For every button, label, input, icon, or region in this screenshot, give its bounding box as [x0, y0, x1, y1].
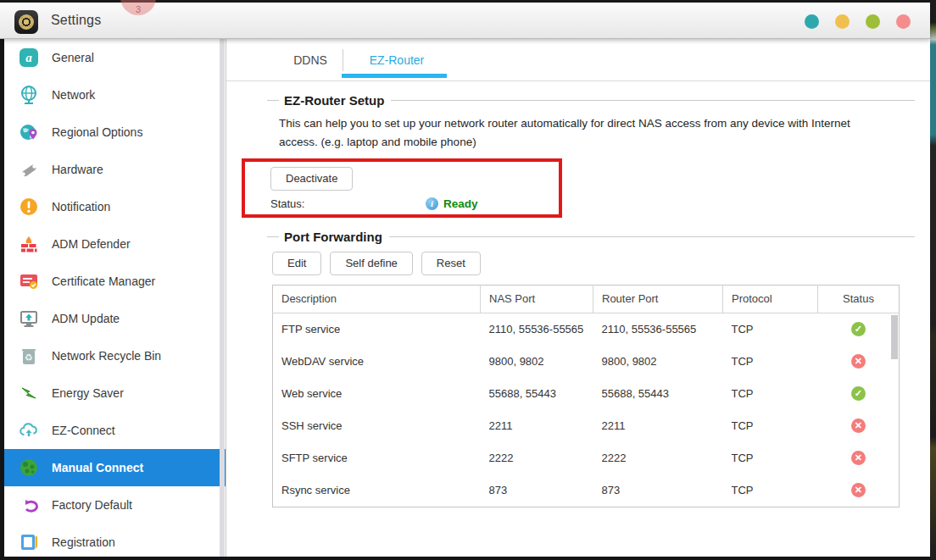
settings-sidebar: a General Network Regional Options Hardw…	[4, 39, 226, 557]
hardware-icon	[19, 159, 39, 180]
col-nas-port: NAS Port	[481, 285, 593, 313]
col-description: Description	[273, 285, 481, 313]
status-row: Status: i Ready	[270, 197, 559, 210]
network-icon	[19, 85, 39, 105]
sidebar-item-adm-defender[interactable]: ADM Defender	[4, 225, 226, 263]
window-dot-teal-icon[interactable]	[805, 14, 819, 29]
cloud-icon	[19, 420, 39, 441]
window-controls	[805, 14, 911, 29]
undo-icon	[19, 495, 39, 515]
port-forwarding-header: Port Forwarding	[267, 230, 915, 244]
tab-divider	[343, 49, 343, 71]
table-row[interactable]: SFTP service 2222 2222 TCP ✕	[273, 442, 900, 474]
window-title: Settings	[51, 13, 101, 28]
port-forwarding-table: Description NAS Port Router Port Protoco…	[272, 285, 900, 507]
regional-options-icon	[19, 122, 39, 142]
tab-bar: DDNS EZ-Router	[226, 39, 930, 81]
sidebar-item-factory-default[interactable]: Factory Default	[4, 486, 226, 524]
table-row[interactable]: Web service 55688, 55443 55688, 55443 TC…	[273, 378, 900, 410]
sidebar-item-network[interactable]: Network	[4, 76, 226, 114]
table-row[interactable]: WebDAV service 9800, 9802 9800, 9802 TCP…	[273, 346, 900, 378]
deactivate-button[interactable]: Deactivate	[270, 167, 353, 191]
recycle-bin-icon: ♻	[19, 346, 39, 366]
svg-text:♻: ♻	[25, 352, 33, 363]
table-header-row: Description NAS Port Router Port Protoco…	[273, 285, 900, 313]
table-row[interactable]: SSH service 2211 2211 TCP ✕	[273, 410, 900, 442]
ez-router-setup-header: EZ-Router Setup	[267, 93, 915, 108]
table-scrollbar-thumb[interactable]	[891, 315, 898, 359]
sidebar-item-regional-options[interactable]: Regional Options	[4, 114, 226, 151]
tab-ddns[interactable]: DDNS	[279, 53, 342, 67]
gear-wheel-icon	[19, 14, 34, 30]
settings-window: a General Network Regional Options Hardw…	[4, 39, 930, 557]
section-title: EZ-Router Setup	[284, 93, 384, 108]
sidebar-item-adm-update[interactable]: ADM Update	[4, 300, 226, 337]
reset-button[interactable]: Reset	[421, 252, 481, 275]
main-content: DDNS EZ-Router EZ-Router Setup This can …	[226, 39, 930, 557]
sidebar-item-ez-connect[interactable]: EZ-Connect	[4, 412, 226, 449]
globe-green-icon	[19, 457, 39, 478]
sidebar-item-hardware[interactable]: Hardware	[4, 151, 226, 188]
ez-router-description: This can help you to set up your network…	[279, 114, 891, 152]
notification-badge: 3	[120, 0, 156, 15]
titlebar: 3 Settings	[0, 0, 930, 39]
general-icon: a	[19, 47, 39, 68]
edit-button[interactable]: Edit	[272, 252, 321, 275]
energy-icon	[19, 383, 39, 403]
firewall-icon	[19, 234, 39, 254]
status-label: Status:	[270, 197, 426, 210]
self-define-button[interactable]: Self define	[330, 252, 412, 275]
annotation-rectangle: Deactivate Status: i Ready	[242, 158, 562, 218]
col-protocol: Protocol	[723, 285, 818, 313]
info-icon: i	[426, 197, 438, 210]
status-icon: ✕	[851, 354, 866, 369]
window-dot-green-icon[interactable]	[866, 14, 880, 29]
table-row[interactable]: FTP service 2110, 55536-55565 2110, 5553…	[273, 313, 900, 346]
certificate-icon	[19, 271, 39, 291]
table-row[interactable]: Rsync service 873 873 TCP ✕	[273, 474, 900, 507]
port-forwarding-toolbar: Edit Self define Reset	[272, 252, 930, 275]
update-icon	[19, 308, 39, 329]
notification-icon	[19, 197, 39, 217]
section-title: Port Forwarding	[284, 230, 382, 244]
window-dot-pink-icon[interactable]	[896, 14, 911, 29]
status-icon: ✕	[851, 483, 866, 497]
col-status: Status	[818, 285, 900, 313]
status-icon: ✓	[851, 386, 866, 401]
active-tab-underline	[342, 74, 447, 78]
status-icon: ✓	[851, 322, 866, 336]
window-dot-yellow-icon[interactable]	[835, 14, 850, 29]
status-icon: ✕	[851, 451, 866, 465]
sidebar-scrollbar[interactable]	[220, 39, 225, 557]
settings-app-icon	[14, 10, 38, 34]
desktop-edge-background	[930, 0, 936, 560]
port-forwarding-table-wrap: Description NAS Port Router Port Protoco…	[272, 285, 900, 507]
clipboard-icon	[19, 532, 39, 552]
status-icon: ✕	[851, 419, 866, 433]
sidebar-item-network-recycle-bin[interactable]: ♻ Network Recycle Bin	[4, 337, 226, 374]
sidebar-item-registration[interactable]: Registration	[4, 524, 226, 560]
sidebar-item-general[interactable]: a General	[4, 39, 226, 76]
svg-text:a: a	[25, 51, 32, 64]
tab-ez-router[interactable]: EZ-Router	[344, 53, 449, 67]
sidebar-item-notification[interactable]: Notification	[4, 188, 226, 225]
sidebar-item-manual-connect[interactable]: Manual Connect	[4, 449, 226, 486]
sidebar-item-certificate-manager[interactable]: Certificate Manager	[4, 263, 226, 300]
col-router-port: Router Port	[593, 285, 723, 313]
status-value: Ready	[443, 197, 478, 210]
sidebar-item-energy-saver[interactable]: Energy Saver	[4, 374, 226, 412]
